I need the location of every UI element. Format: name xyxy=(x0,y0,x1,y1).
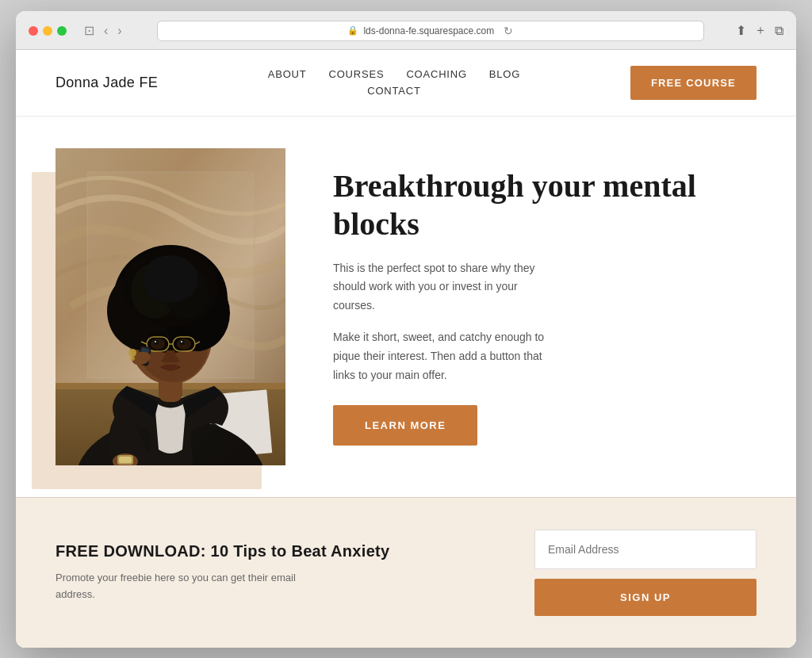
address-bar[interactable]: 🔒 lds-donna-fe.squarespace.com ↻ xyxy=(157,21,704,41)
browser-chrome: ⊡ ‹ › 🔒 lds-donna-fe.squarespace.com ↻ ⬆… xyxy=(16,11,796,50)
download-section: FREE DOWNLOAD: 10 Tips to Beat Anxiety P… xyxy=(16,497,796,648)
reload-icon[interactable]: ↻ xyxy=(504,25,513,37)
traffic-lights xyxy=(29,26,67,36)
site-nav: ABOUT COURSES COACHING BLOG CONTACT xyxy=(268,68,520,97)
hero-description-2: Make it short, sweet, and catchy enough … xyxy=(333,328,555,384)
nav-blog[interactable]: BLOG xyxy=(489,68,520,80)
download-description: Promote your freebie here so you can get… xyxy=(56,570,309,603)
free-course-button[interactable]: FREE COURSE xyxy=(630,66,756,100)
browser-window: ⊡ ‹ › 🔒 lds-donna-fe.squarespace.com ↻ ⬆… xyxy=(16,11,796,648)
nav-row-top: ABOUT COURSES COACHING BLOG xyxy=(268,68,520,80)
site-logo[interactable]: Donna Jade FE xyxy=(56,75,158,91)
hero-image xyxy=(56,148,285,465)
browser-actions: ⬆ ＋ ⧉ xyxy=(736,22,783,39)
hero-section: Breakthrough your mental blocks This is … xyxy=(16,117,796,497)
site-header: Donna Jade FE ABOUT COURSES COACHING BLO… xyxy=(16,50,796,117)
nav-contact[interactable]: CONTACT xyxy=(367,85,420,97)
hero-title: Breakthrough your mental blocks xyxy=(333,167,756,243)
nav-row-bottom: CONTACT xyxy=(367,85,420,97)
maximize-button[interactable] xyxy=(57,26,67,36)
close-button[interactable] xyxy=(29,26,38,36)
download-form: SIGN UP xyxy=(534,530,756,616)
url-text: lds-donna-fe.squarespace.com xyxy=(363,25,494,36)
back-button[interactable]: ‹ xyxy=(101,23,111,39)
learn-more-button[interactable]: LEARN MORE xyxy=(333,405,477,446)
download-title: FREE DOWNLOAD: 10 Tips to Beat Anxiety xyxy=(56,542,389,560)
browser-controls: ⊡ ‹ › xyxy=(81,23,125,39)
lock-icon: 🔒 xyxy=(347,25,358,36)
nav-about[interactable]: ABOUT xyxy=(268,68,307,80)
tabs-icon[interactable]: ⧉ xyxy=(775,24,783,38)
hero-description-1: This is the perfect spot to share why th… xyxy=(333,259,555,316)
nav-coaching[interactable]: COACHING xyxy=(406,68,466,80)
email-input[interactable] xyxy=(534,530,756,569)
download-text: FREE DOWNLOAD: 10 Tips to Beat Anxiety P… xyxy=(56,542,389,603)
hero-text: Breakthrough your mental blocks This is … xyxy=(333,167,756,446)
svg-rect-38 xyxy=(56,148,285,465)
share-icon[interactable]: ⬆ xyxy=(736,23,746,38)
window-layout-button[interactable]: ⊡ xyxy=(81,23,98,39)
hero-photo-svg xyxy=(56,148,285,465)
signup-button[interactable]: SIGN UP xyxy=(534,579,756,616)
nav-courses[interactable]: COURSES xyxy=(328,68,384,80)
forward-button[interactable]: › xyxy=(114,23,124,39)
minimize-button[interactable] xyxy=(43,26,52,36)
website-content: Donna Jade FE ABOUT COURSES COACHING BLO… xyxy=(16,50,796,648)
new-tab-icon[interactable]: ＋ xyxy=(754,22,767,39)
hero-image-wrapper xyxy=(56,148,285,465)
